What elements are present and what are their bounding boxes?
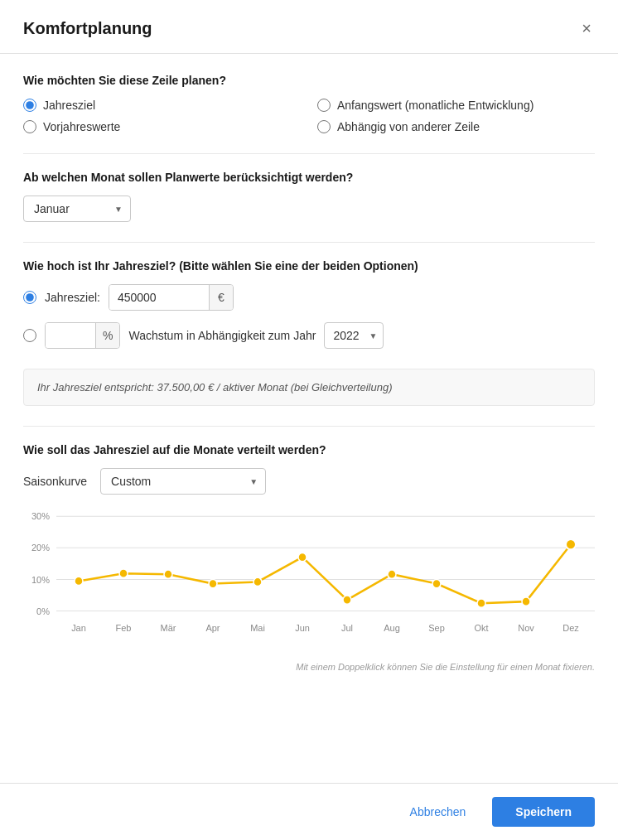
wachstum-input[interactable]	[46, 323, 95, 348]
radio-abhaengig-label: Abhängig von anderer Zeile	[337, 120, 480, 133]
svg-point-11	[209, 579, 217, 587]
svg-point-18	[522, 597, 530, 606]
svg-point-14	[343, 596, 351, 604]
svg-text:Jul: Jul	[341, 623, 353, 633]
svg-text:Jun: Jun	[295, 623, 310, 633]
radio-vorjahr-label: Vorjahreswerte	[43, 120, 120, 133]
jahresziel-row: Jahresziel: €	[23, 284, 595, 311]
section-verteilung: Wie soll das Jahresziel auf die Monate v…	[23, 443, 595, 672]
modal-title: Komfortplanung	[23, 19, 152, 38]
svg-text:30%: 30%	[31, 511, 50, 521]
divider-2	[23, 242, 595, 243]
svg-text:10%: 10%	[31, 574, 50, 584]
section-start-month: Ab welchen Monat sollen Planwerte berück…	[23, 171, 595, 222]
svg-text:Jan: Jan	[71, 623, 86, 633]
radio-vorjahr-input[interactable]	[23, 120, 36, 133]
jahresziel-options: Jahresziel: € % Wachstum in Abhängigkeit…	[23, 284, 595, 349]
section2-label: Ab welchen Monat sollen Planwerte berück…	[23, 171, 595, 184]
section-plan-type: Wie möchten Sie diese Zeile planen? Jahr…	[23, 74, 595, 133]
chart-svg: 30% 20% 10% 0%	[23, 508, 595, 657]
radio-vorjahr[interactable]: Vorjahreswerte	[23, 120, 301, 133]
svg-point-13	[298, 553, 307, 562]
svg-text:Feb: Feb	[116, 623, 132, 633]
jz-fixed-label[interactable]: Jahresziel:	[45, 291, 100, 304]
svg-point-17	[477, 599, 485, 607]
saisonkurve-select[interactable]: Custom Gleichverteilung Vorjahr	[100, 468, 266, 495]
wachstum-input-wrapper: %	[45, 322, 120, 349]
modal-body: Wie möchten Sie diese Zeile planen? Jahr…	[0, 54, 618, 783]
section3-label: Wie hoch ist Ihr Jahresziel? (Bitte wähl…	[23, 259, 595, 273]
svg-text:0%: 0%	[36, 606, 50, 616]
svg-text:Aug: Aug	[384, 623, 400, 633]
svg-point-16	[432, 579, 441, 587]
month-select-wrapper: Januar Februar März April Mai Juni Juli …	[23, 196, 131, 222]
svg-point-12	[253, 577, 262, 586]
svg-text:Okt: Okt	[474, 623, 489, 633]
svg-point-10	[164, 570, 172, 578]
year-select-wrapper: 2019 2020 2021 2022 2023 ▼	[324, 322, 384, 349]
svg-text:20%: 20%	[31, 543, 50, 553]
modal-footer: Abbrechen Speichern	[0, 783, 618, 840]
wachstum-label[interactable]: Wachstum in Abhängigkeit zum Jahr	[128, 329, 316, 342]
svg-text:Nov: Nov	[518, 623, 534, 633]
svg-text:Sep: Sep	[428, 623, 445, 633]
svg-point-8	[75, 577, 83, 585]
chart-hint: Mit einem Doppelklick können Sie die Ein…	[23, 662, 595, 672]
svg-point-19	[566, 539, 576, 549]
divider-3	[23, 426, 595, 427]
radio-jahresziel-label: Jahresziel	[43, 99, 95, 112]
info-box-text: Ihr Jahresziel entspricht: 37.500,00 € /…	[37, 381, 393, 393]
saisonkurve-select-wrapper: Custom Gleichverteilung Vorjahr ▼	[100, 468, 266, 495]
radio-anfangswert[interactable]: Anfangswert (monatliche Entwicklung)	[317, 99, 595, 112]
svg-point-15	[388, 570, 396, 578]
chart-container: 30% 20% 10% 0%	[23, 508, 595, 657]
jahresziel-input[interactable]	[109, 285, 209, 310]
section4-label: Wie soll das Jahresziel auf die Monate v…	[23, 443, 595, 456]
jahresziel-input-wrapper: €	[109, 284, 234, 311]
cancel-button[interactable]: Abbrechen	[397, 799, 480, 825]
radio-jahresziel[interactable]: Jahresziel	[23, 99, 301, 112]
plan-type-radio-group: Jahresziel Anfangswert (monatliche Entwi…	[23, 99, 595, 133]
radio-abhaengig[interactable]: Abhängig von anderer Zeile	[317, 120, 595, 133]
close-button[interactable]: ×	[578, 17, 595, 40]
info-box: Ihr Jahresziel entspricht: 37.500,00 € /…	[23, 369, 595, 406]
wachstum-unit: %	[95, 323, 119, 348]
radio-anfangswert-input[interactable]	[317, 99, 331, 112]
wachstum-row: % Wachstum in Abhängigkeit zum Jahr 2019…	[23, 322, 595, 349]
modal-komfortplanung: Komfortplanung × Wie möchten Sie diese Z…	[0, 0, 618, 840]
month-select[interactable]: Januar Februar März April Mai Juni Juli …	[23, 196, 131, 222]
svg-text:Mär: Mär	[161, 623, 176, 633]
radio-jahresziel-input[interactable]	[23, 99, 36, 112]
svg-text:Mai: Mai	[250, 623, 265, 633]
radio-anfangswert-label: Anfangswert (monatliche Entwicklung)	[337, 99, 534, 112]
radio-abhaengig-input[interactable]	[317, 120, 331, 133]
radio-jz-wachstum[interactable]	[23, 329, 36, 342]
saisonkurve-label: Saisonkurve	[23, 475, 87, 488]
save-button[interactable]: Speichern	[492, 797, 595, 827]
saisonkurve-row: Saisonkurve Custom Gleichverteilung Vorj…	[23, 468, 595, 495]
year-select[interactable]: 2019 2020 2021 2022 2023	[324, 322, 384, 349]
radio-jz-fixed[interactable]	[23, 291, 36, 304]
section-jahresziel: Wie hoch ist Ihr Jahresziel? (Bitte wähl…	[23, 259, 595, 349]
svg-text:Apr: Apr	[205, 623, 220, 633]
divider-1	[23, 153, 595, 154]
jahresziel-unit: €	[209, 285, 233, 310]
svg-point-9	[119, 569, 128, 577]
svg-text:Dez: Dez	[562, 623, 579, 633]
section1-label: Wie möchten Sie diese Zeile planen?	[23, 74, 595, 87]
modal-header: Komfortplanung ×	[0, 0, 618, 54]
